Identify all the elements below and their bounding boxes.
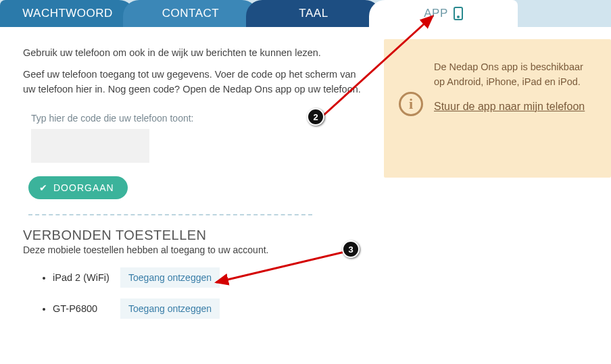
- continue-button[interactable]: ✔ DOORGAAN: [28, 176, 128, 199]
- info-panel-text: De Nedap Ons app is beschikbaar op Andro…: [434, 59, 593, 90]
- continue-button-label: DOORGAAN: [53, 182, 114, 193]
- tab-contact[interactable]: CONTACT: [123, 0, 258, 27]
- app-tab-content: Gebruik uw telefoon om ook in de wijk uw…: [0, 27, 611, 364]
- intro-line-2: Geef uw telefoon toegang tot uw gegevens…: [23, 68, 361, 97]
- info-panel: i De Nedap Ons app is beschikbaar op And…: [384, 39, 611, 178]
- device-name: GT-P6800: [53, 303, 114, 314]
- info-icon: i: [399, 92, 423, 116]
- send-app-link[interactable]: Stuur de app naar mijn telefoon: [434, 101, 585, 113]
- tab-wachtwoord[interactable]: WACHTWOORD: [0, 0, 135, 27]
- annotation-badge-3: 3: [342, 240, 360, 258]
- device-name: iPad 2 (WiFi): [53, 272, 114, 283]
- list-item: iPad 2 (WiFi) Toegang ontzeggen: [53, 267, 588, 288]
- phone-icon: [454, 7, 463, 20]
- connected-devices-title: VERBONDEN TOESTELLEN: [23, 228, 588, 243]
- intro-line-1: Gebruik uw telefoon om ook in de wijk uw…: [23, 46, 361, 61]
- tab-app-label: APP: [424, 7, 448, 20]
- code-input[interactable]: [31, 129, 149, 163]
- tab-bar: WACHTWOORD CONTACT TAAL APP: [0, 0, 611, 27]
- check-icon: ✔: [39, 182, 48, 193]
- annotation-badge-2: 2: [307, 108, 324, 126]
- section-divider: [28, 214, 312, 215]
- device-list: iPad 2 (WiFi) Toegang ontzeggen GT-P6800…: [23, 267, 588, 319]
- tab-app[interactable]: APP: [369, 0, 518, 27]
- connected-devices-subtitle: Deze mobiele toestellen hebben al toegan…: [23, 244, 588, 255]
- list-item: GT-P6800 Toegang ontzeggen: [53, 298, 588, 319]
- tab-taal[interactable]: TAAL: [246, 0, 381, 27]
- revoke-access-button[interactable]: Toegang ontzeggen: [120, 298, 220, 319]
- revoke-access-button[interactable]: Toegang ontzeggen: [120, 267, 220, 288]
